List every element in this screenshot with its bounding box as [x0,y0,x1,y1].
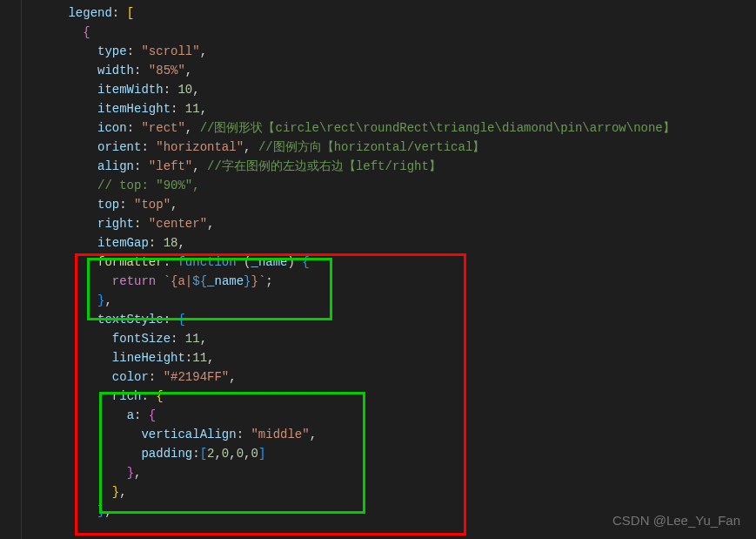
code-line: fontSize: 11, [24,329,756,348]
code-line: }, [24,482,756,502]
code-line: textStyle: { [24,310,756,329]
code-line: formatter: function (_name) { [24,253,756,272]
code-line: icon: "rect", //图例形状【circle\rect\roundRe… [24,118,756,138]
code-line: itemWidth: 10, [24,80,756,99]
code-line: }, [24,463,756,482]
code-line: verticalAlign: "middle", [24,425,756,444]
code-line: right: "center", [24,214,756,233]
code-line: color: "#2194FF", [24,367,756,387]
code-editor[interactable]: legend: [ { type: "scroll", width: "85%"… [0,0,756,521]
code-line: align: "left", //字在图例的左边或右边【left/right】 [24,157,756,176]
code-line: top: "top", [24,195,756,214]
code-line: itemHeight: 11, [24,99,756,118]
code-line: legend: [ [24,3,756,23]
code-line: lineHeight:11, [24,348,756,367]
code-line: padding:[2,0,0,0] [24,444,756,463]
code-line: type: "scroll", [24,42,756,61]
code-line: a: { [24,406,756,425]
code-line: { [24,23,756,42]
code-line: width: "85%", [24,61,756,80]
code-line: itemGap: 18, [24,233,756,253]
watermark: CSDN @Lee_Yu_Fan [612,511,740,530]
code-line: orient: "horizontal", //图例方向【horizontal/… [24,138,756,157]
code-line: return `{a|${_name}}`; [24,272,756,291]
code-line: }, [24,291,756,310]
code-line: rich: { [24,387,756,406]
code-line: // top: "90%", [24,176,756,195]
